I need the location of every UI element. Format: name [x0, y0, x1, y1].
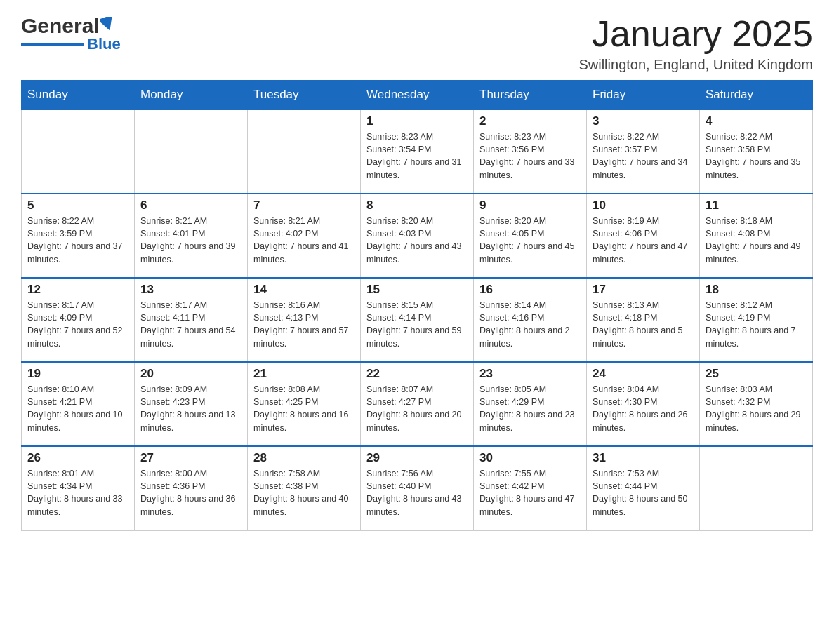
- calendar-cell: 13Sunrise: 8:17 AM Sunset: 4:11 PM Dayli…: [135, 278, 248, 362]
- day-info: Sunrise: 8:22 AM Sunset: 3:57 PM Dayligh…: [593, 130, 694, 182]
- day-number: 6: [140, 199, 241, 213]
- day-number: 5: [27, 199, 128, 213]
- calendar-cell: [135, 109, 248, 194]
- calendar-cell: 25Sunrise: 8:03 AM Sunset: 4:32 PM Dayli…: [700, 362, 813, 446]
- day-info: Sunrise: 8:07 AM Sunset: 4:27 PM Dayligh…: [366, 383, 468, 434]
- week-row-3: 12Sunrise: 8:17 AM Sunset: 4:09 PM Dayli…: [22, 278, 813, 362]
- day-number: 15: [366, 283, 468, 297]
- day-number: 30: [479, 451, 581, 465]
- day-number: 23: [479, 367, 581, 381]
- day-info: Sunrise: 8:23 AM Sunset: 3:54 PM Dayligh…: [366, 130, 468, 182]
- day-number: 19: [27, 367, 128, 381]
- day-info: Sunrise: 7:53 AM Sunset: 4:44 PM Dayligh…: [593, 467, 694, 518]
- day-number: 21: [253, 367, 355, 381]
- day-number: 22: [366, 367, 468, 381]
- day-info: Sunrise: 8:23 AM Sunset: 3:56 PM Dayligh…: [479, 130, 581, 182]
- day-number: 9: [479, 199, 581, 213]
- calendar-cell: 22Sunrise: 8:07 AM Sunset: 4:27 PM Dayli…: [361, 362, 474, 446]
- day-info: Sunrise: 8:18 AM Sunset: 4:08 PM Dayligh…: [706, 215, 807, 266]
- calendar-cell: 3Sunrise: 8:22 AM Sunset: 3:57 PM Daylig…: [587, 109, 700, 194]
- day-info: Sunrise: 8:21 AM Sunset: 4:02 PM Dayligh…: [253, 215, 355, 266]
- calendar-cell: 19Sunrise: 8:10 AM Sunset: 4:21 PM Dayli…: [22, 362, 135, 446]
- day-number: 8: [366, 199, 468, 213]
- title-area: January 2025 Swillington, England, Unite…: [578, 14, 813, 73]
- day-info: Sunrise: 8:14 AM Sunset: 4:16 PM Dayligh…: [479, 299, 581, 350]
- header: General Blue January 2025 Swillington, E…: [21, 14, 813, 73]
- calendar-cell: 17Sunrise: 8:13 AM Sunset: 4:18 PM Dayli…: [587, 278, 700, 362]
- day-number: 16: [479, 283, 581, 297]
- weekday-header-wednesday: Wednesday: [361, 81, 474, 110]
- calendar-cell: 30Sunrise: 7:55 AM Sunset: 4:42 PM Dayli…: [474, 446, 587, 530]
- day-info: Sunrise: 7:56 AM Sunset: 4:40 PM Dayligh…: [366, 467, 468, 518]
- calendar-cell: 5Sunrise: 8:22 AM Sunset: 3:59 PM Daylig…: [22, 194, 135, 278]
- day-number: 24: [593, 367, 694, 381]
- weekday-header-row: SundayMondayTuesdayWednesdayThursdayFrid…: [22, 81, 813, 110]
- day-number: 27: [140, 451, 241, 465]
- calendar-cell: 12Sunrise: 8:17 AM Sunset: 4:09 PM Dayli…: [22, 278, 135, 362]
- weekday-header-saturday: Saturday: [700, 81, 813, 110]
- weekday-header-friday: Friday: [587, 81, 700, 110]
- calendar-cell: [248, 109, 361, 194]
- week-row-1: 1Sunrise: 8:23 AM Sunset: 3:54 PM Daylig…: [22, 109, 813, 194]
- calendar-cell: 15Sunrise: 8:15 AM Sunset: 4:14 PM Dayli…: [361, 278, 474, 362]
- day-info: Sunrise: 8:03 AM Sunset: 4:32 PM Dayligh…: [706, 383, 807, 434]
- logo-underline: [21, 43, 84, 46]
- day-number: 26: [27, 451, 128, 465]
- calendar-cell: [22, 109, 135, 194]
- calendar-cell: 29Sunrise: 7:56 AM Sunset: 4:40 PM Dayli…: [361, 446, 474, 530]
- day-number: 10: [593, 199, 694, 213]
- calendar-cell: 18Sunrise: 8:12 AM Sunset: 4:19 PM Dayli…: [700, 278, 813, 362]
- calendar-cell: 27Sunrise: 8:00 AM Sunset: 4:36 PM Dayli…: [135, 446, 248, 530]
- day-info: Sunrise: 8:13 AM Sunset: 4:18 PM Dayligh…: [593, 299, 694, 350]
- location: Swillington, England, United Kingdom: [578, 57, 813, 73]
- calendar-cell: 16Sunrise: 8:14 AM Sunset: 4:16 PM Dayli…: [474, 278, 587, 362]
- day-info: Sunrise: 8:16 AM Sunset: 4:13 PM Dayligh…: [253, 299, 355, 350]
- day-info: Sunrise: 8:00 AM Sunset: 4:36 PM Dayligh…: [140, 467, 241, 518]
- logo-blue: Blue: [87, 35, 121, 53]
- day-info: Sunrise: 8:17 AM Sunset: 4:11 PM Dayligh…: [140, 299, 241, 350]
- day-number: 1: [366, 114, 468, 128]
- day-number: 18: [706, 283, 807, 297]
- day-info: Sunrise: 8:20 AM Sunset: 4:05 PM Dayligh…: [479, 215, 581, 266]
- day-info: Sunrise: 8:20 AM Sunset: 4:03 PM Dayligh…: [366, 215, 468, 266]
- day-info: Sunrise: 8:09 AM Sunset: 4:23 PM Dayligh…: [140, 383, 241, 434]
- day-number: 29: [366, 451, 468, 465]
- day-number: 2: [479, 114, 581, 128]
- week-row-4: 19Sunrise: 8:10 AM Sunset: 4:21 PM Dayli…: [22, 362, 813, 446]
- day-info: Sunrise: 8:15 AM Sunset: 4:14 PM Dayligh…: [366, 299, 468, 350]
- logo-general: General: [21, 14, 100, 38]
- day-number: 25: [706, 367, 807, 381]
- calendar-cell: 2Sunrise: 8:23 AM Sunset: 3:56 PM Daylig…: [474, 109, 587, 194]
- day-number: 7: [253, 199, 355, 213]
- calendar-cell: [700, 446, 813, 530]
- day-number: 4: [706, 114, 807, 128]
- week-row-2: 5Sunrise: 8:22 AM Sunset: 3:59 PM Daylig…: [22, 194, 813, 278]
- day-number: 17: [593, 283, 694, 297]
- day-info: Sunrise: 8:17 AM Sunset: 4:09 PM Dayligh…: [27, 299, 128, 350]
- calendar-cell: 8Sunrise: 8:20 AM Sunset: 4:03 PM Daylig…: [361, 194, 474, 278]
- logo: General Blue: [21, 14, 121, 53]
- calendar-cell: 23Sunrise: 8:05 AM Sunset: 4:29 PM Dayli…: [474, 362, 587, 446]
- day-info: Sunrise: 8:22 AM Sunset: 3:58 PM Dayligh…: [706, 130, 807, 182]
- logo-triangle-icon: [100, 17, 115, 36]
- weekday-header-thursday: Thursday: [474, 81, 587, 110]
- calendar-cell: 31Sunrise: 7:53 AM Sunset: 4:44 PM Dayli…: [587, 446, 700, 530]
- calendar-cell: 11Sunrise: 8:18 AM Sunset: 4:08 PM Dayli…: [700, 194, 813, 278]
- calendar-cell: 20Sunrise: 8:09 AM Sunset: 4:23 PM Dayli…: [135, 362, 248, 446]
- day-info: Sunrise: 8:10 AM Sunset: 4:21 PM Dayligh…: [27, 383, 128, 434]
- day-number: 28: [253, 451, 355, 465]
- month-title: January 2025: [578, 14, 813, 54]
- day-number: 31: [593, 451, 694, 465]
- day-number: 20: [140, 367, 241, 381]
- calendar-cell: 10Sunrise: 8:19 AM Sunset: 4:06 PM Dayli…: [587, 194, 700, 278]
- calendar-cell: 9Sunrise: 8:20 AM Sunset: 4:05 PM Daylig…: [474, 194, 587, 278]
- day-info: Sunrise: 8:22 AM Sunset: 3:59 PM Dayligh…: [27, 215, 128, 266]
- calendar-cell: 26Sunrise: 8:01 AM Sunset: 4:34 PM Dayli…: [22, 446, 135, 530]
- calendar-cell: 21Sunrise: 8:08 AM Sunset: 4:25 PM Dayli…: [248, 362, 361, 446]
- day-info: Sunrise: 7:55 AM Sunset: 4:42 PM Dayligh…: [479, 467, 581, 518]
- day-number: 13: [140, 283, 241, 297]
- week-row-5: 26Sunrise: 8:01 AM Sunset: 4:34 PM Dayli…: [22, 446, 813, 530]
- day-info: Sunrise: 8:12 AM Sunset: 4:19 PM Dayligh…: [706, 299, 807, 350]
- day-number: 3: [593, 114, 694, 128]
- day-info: Sunrise: 8:04 AM Sunset: 4:30 PM Dayligh…: [593, 383, 694, 434]
